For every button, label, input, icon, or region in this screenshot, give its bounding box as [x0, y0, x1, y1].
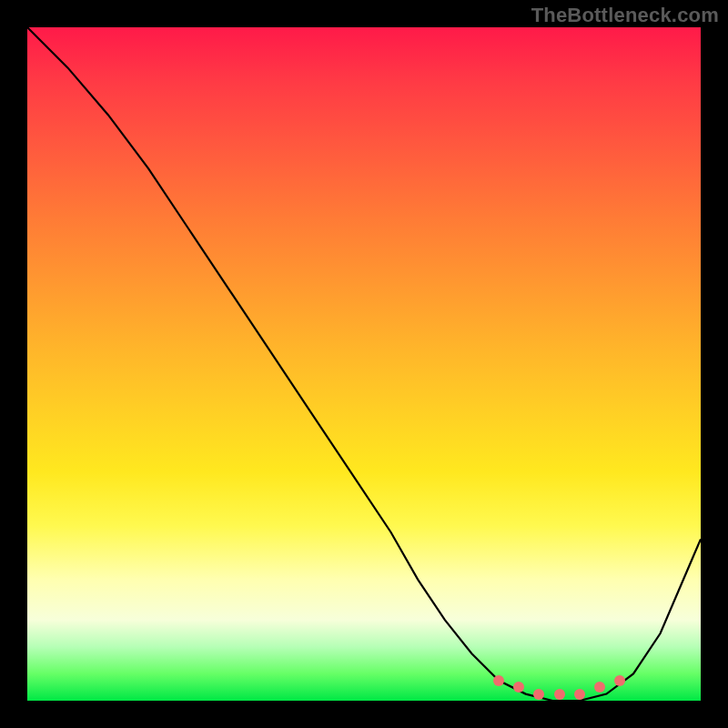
- valley-marker: [493, 675, 504, 686]
- valley-marker: [513, 682, 524, 693]
- watermark-text: TheBottleneck.com: [531, 4, 719, 27]
- valley-marker: [614, 675, 625, 686]
- curve-svg: [27, 27, 701, 701]
- plot-area: [27, 27, 701, 701]
- valley-marker: [594, 682, 605, 693]
- bottleneck-curve-path: [27, 27, 701, 701]
- figure-canvas: TheBottleneck.com: [0, 0, 728, 728]
- valley-marker: [574, 689, 585, 700]
- valley-marker: [533, 689, 544, 700]
- valley-marker: [554, 689, 565, 700]
